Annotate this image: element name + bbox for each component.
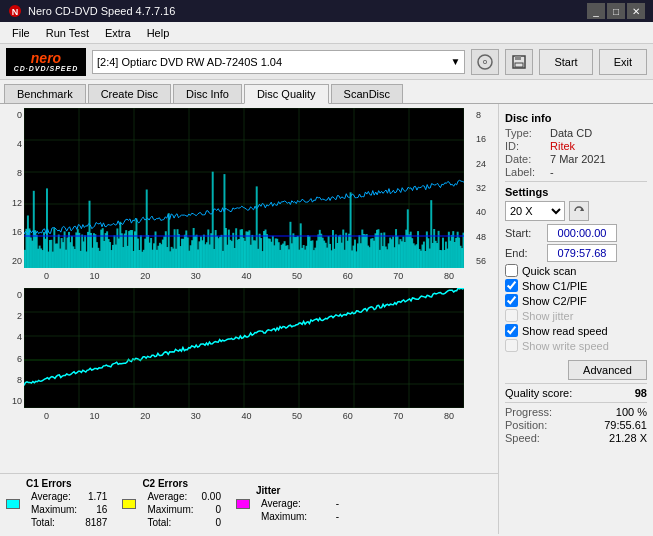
start-time-label: Start: xyxy=(505,227,543,239)
settings-refresh-button[interactable] xyxy=(569,201,589,221)
c2-total-label: Total: xyxy=(144,517,196,528)
show-write-speed-label: Show write speed xyxy=(522,340,609,352)
position-value: 79:55.61 xyxy=(604,419,647,431)
toolbar: nero CD·DVD/SPEED [2:4] Optiarc DVD RW A… xyxy=(0,44,653,80)
disc-label-value: - xyxy=(550,166,554,178)
jitter-avg-value: - xyxy=(312,498,342,509)
app-icon: N xyxy=(8,4,22,18)
start-time-input[interactable]: 000:00.00 xyxy=(547,224,617,242)
jitter-color-box xyxy=(236,499,250,509)
top-chart-x-labels: 01020304050607080 xyxy=(42,271,456,281)
progress-label: Progress: xyxy=(505,406,552,418)
tab-disc-info[interactable]: Disc Info xyxy=(173,84,242,103)
menu-help[interactable]: Help xyxy=(139,25,178,41)
quick-scan-checkbox[interactable] xyxy=(505,264,518,277)
titlebar: N Nero CD-DVD Speed 4.7.7.16 _ □ ✕ xyxy=(0,0,653,22)
tab-disc-quality[interactable]: Disc Quality xyxy=(244,84,329,104)
c2-label: C2 Errors xyxy=(142,478,226,489)
disc-id-label: ID: xyxy=(505,140,550,152)
save-button[interactable] xyxy=(505,49,533,75)
show-c1pie-row: Show C1/PIE xyxy=(505,279,647,292)
top-chart-container: 201612840 5648403224168 xyxy=(6,108,492,268)
c2-table: Average:0.00 Maximum:0 Total:0 xyxy=(142,489,226,530)
bottom-chart-x-labels: 01020304050607080 xyxy=(42,411,456,421)
show-c2pif-row: Show C2/PIF xyxy=(505,294,647,307)
maximize-button[interactable]: □ xyxy=(607,3,625,19)
top-chart-y-right: 5648403224168 xyxy=(474,108,492,268)
end-time-input[interactable]: 079:57.68 xyxy=(547,244,617,262)
divider-1 xyxy=(505,181,647,182)
c2-max-label: Maximum: xyxy=(144,504,196,515)
speed-value: 21.28 X xyxy=(609,432,647,444)
c2-avg-value: 0.00 xyxy=(199,491,224,502)
c1-stats: C1 Errors Average:1.71 Maximum:16 Total:… xyxy=(6,478,112,530)
disc-date-row: Date: 7 Mar 2021 xyxy=(505,153,647,165)
disc-icon-button[interactable] xyxy=(471,49,499,75)
show-c1pie-checkbox[interactable] xyxy=(505,279,518,292)
settings-title: Settings xyxy=(505,186,647,198)
c2-max-value: 0 xyxy=(199,504,224,515)
svg-rect-6 xyxy=(515,56,521,60)
show-jitter-row: Show jitter xyxy=(505,309,647,322)
position-row: Position: 79:55.61 xyxy=(505,419,647,431)
quality-score-row: Quality score: 98 xyxy=(505,387,647,399)
show-jitter-checkbox xyxy=(505,309,518,322)
drive-label: [2:4] Optiarc DVD RW AD-7240S 1.04 xyxy=(97,56,451,68)
disc-id-row: ID: Ritek xyxy=(505,140,647,152)
quality-score-label: Quality score: xyxy=(505,387,572,399)
right-panel: Disc info Type: Data CD ID: Ritek Date: … xyxy=(498,104,653,534)
jitter-max-label: Maximum: xyxy=(258,511,310,522)
menu-run-test[interactable]: Run Test xyxy=(38,25,97,41)
quick-scan-row: Quick scan xyxy=(505,264,647,277)
bottom-chart-y-right-spacer xyxy=(474,288,492,408)
quick-scan-label: Quick scan xyxy=(522,265,576,277)
exit-button[interactable]: Exit xyxy=(599,49,647,75)
main-content: 201612840 5648403224168 0102030405060708… xyxy=(0,104,653,534)
nero-logo: nero CD·DVD/SPEED xyxy=(6,48,86,76)
show-read-speed-label: Show read speed xyxy=(522,325,608,337)
show-read-speed-checkbox[interactable] xyxy=(505,324,518,337)
jitter-table: Average:- Maximum:- xyxy=(256,496,344,524)
minimize-button[interactable]: _ xyxy=(587,3,605,19)
c1-total-value: 8187 xyxy=(82,517,110,528)
tab-create-disc[interactable]: Create Disc xyxy=(88,84,171,103)
speed-select[interactable]: 20 X xyxy=(505,201,565,221)
drive-selector[interactable]: [2:4] Optiarc DVD RW AD-7240S 1.04 ▼ xyxy=(92,50,465,74)
c2-total-value: 0 xyxy=(199,517,224,528)
start-time-row: Start: 000:00.00 xyxy=(505,224,647,242)
charts-area: 201612840 5648403224168 0102030405060708… xyxy=(0,104,498,473)
tab-benchmark[interactable]: Benchmark xyxy=(4,84,86,103)
advanced-button[interactable]: Advanced xyxy=(568,360,647,380)
speed-label: Speed: xyxy=(505,432,540,444)
end-time-label: End: xyxy=(505,247,543,259)
bottom-chart-container: 1086420 xyxy=(6,288,492,408)
disc-label-label: Label: xyxy=(505,166,550,178)
c1-total-label: Total: xyxy=(28,517,80,528)
menu-extra[interactable]: Extra xyxy=(97,25,139,41)
c1-avg-value: 1.71 xyxy=(82,491,110,502)
position-label: Position: xyxy=(505,419,547,431)
menu-file[interactable]: File xyxy=(4,25,38,41)
show-c2pif-checkbox[interactable] xyxy=(505,294,518,307)
stats-bar: C1 Errors Average:1.71 Maximum:16 Total:… xyxy=(0,473,498,534)
charts-section: 201612840 5648403224168 0102030405060708… xyxy=(0,104,498,534)
show-write-speed-row: Show write speed xyxy=(505,339,647,352)
speed-row-prog: Speed: 21.28 X xyxy=(505,432,647,444)
show-write-speed-checkbox xyxy=(505,339,518,352)
c1-color-box xyxy=(6,499,20,509)
disc-type-value: Data CD xyxy=(550,127,592,139)
titlebar-title: Nero CD-DVD Speed 4.7.7.16 xyxy=(28,5,175,17)
close-button[interactable]: ✕ xyxy=(627,3,645,19)
c1-max-value: 16 xyxy=(82,504,110,515)
top-chart-canvas xyxy=(24,108,474,268)
divider-2 xyxy=(505,383,647,384)
tabs: Benchmark Create Disc Disc Info Disc Qua… xyxy=(0,80,653,104)
c1-label: C1 Errors xyxy=(26,478,112,489)
drive-dropdown-icon: ▼ xyxy=(451,56,461,67)
show-c1pie-label: Show C1/PIE xyxy=(522,280,587,292)
c1-avg-label: Average: xyxy=(28,491,80,502)
bottom-chart-canvas xyxy=(24,288,474,408)
start-button[interactable]: Start xyxy=(539,49,592,75)
tab-scan-disc[interactable]: ScanDisc xyxy=(331,84,403,103)
jitter-avg-label: Average: xyxy=(258,498,310,509)
